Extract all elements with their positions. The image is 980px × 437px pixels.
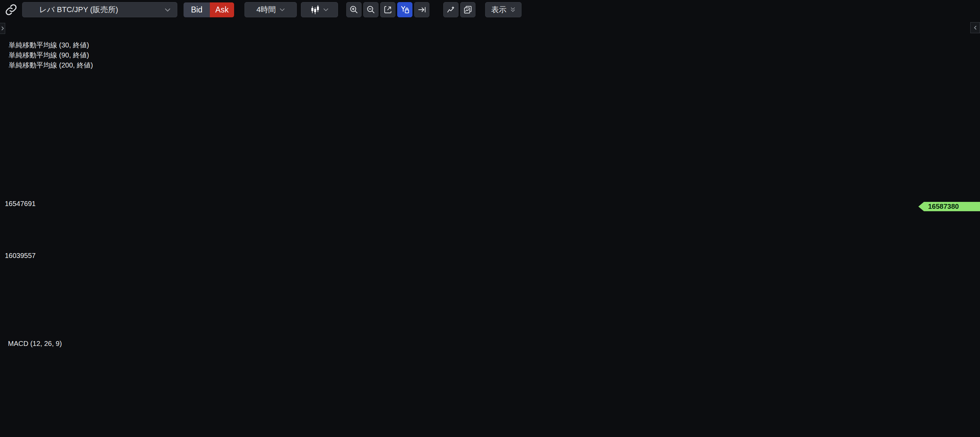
chevron-down-icon	[280, 8, 285, 11]
current-price-value: 16587380	[928, 203, 959, 211]
chart-type-selector[interactable]	[301, 2, 338, 17]
ask-label: Ask	[215, 5, 229, 14]
compare-overlay-button[interactable]	[460, 2, 476, 17]
add-indicator-button[interactable]	[443, 2, 458, 17]
hline-price-label: 16547691	[5, 200, 36, 208]
candlestick-icon	[310, 5, 320, 14]
fit-screen-button[interactable]	[380, 2, 396, 17]
indicator-legend: 単純移動平均線 (30, 終値) 単純移動平均線 (90, 終値) 単純移動平均…	[9, 40, 93, 70]
ask-button[interactable]: Ask	[210, 2, 234, 17]
display-menu-button[interactable]: 表示	[485, 2, 522, 17]
right-panel-expand-button[interactable]	[970, 22, 980, 33]
chevron-left-icon	[974, 25, 977, 30]
display-label: 表示	[492, 5, 507, 15]
legend-sma-90[interactable]: 単純移動平均線 (90, 終値)	[9, 50, 93, 60]
timeframe-label: 4時間	[256, 5, 276, 15]
timeframe-selector[interactable]: 4時間	[245, 2, 297, 17]
legend-sma-200[interactable]: 単純移動平均線 (200, 終値)	[9, 60, 93, 70]
zoom-in-button[interactable]	[346, 2, 361, 17]
symbol-selector[interactable]: レバ BTC/JPY (販売所)	[22, 2, 177, 17]
hline-price-label: 16039557	[5, 252, 36, 260]
link-icon[interactable]	[5, 3, 18, 16]
indicator-plus-icon	[446, 5, 455, 14]
zoom-out-button[interactable]	[363, 2, 379, 17]
toolbar: レバ BTC/JPY (販売所) Bid Ask 4時間	[0, 0, 980, 19]
symbol-label: レバ BTC/JPY (販売所)	[39, 5, 118, 15]
trading-chart-app: { "toolbar": { "symbol": {"label": "レバ B…	[0, 0, 980, 437]
compare-icon	[463, 5, 473, 14]
arrow-to-right-icon	[417, 5, 426, 14]
bid-button[interactable]: Bid	[183, 2, 210, 17]
go-to-latest-button[interactable]	[414, 2, 430, 17]
chevron-down-icon	[323, 8, 329, 11]
chevron-down-icon	[164, 8, 171, 12]
current-price-tag: 16587380	[918, 202, 980, 211]
fit-screen-icon	[383, 5, 392, 14]
symbol-swatch	[29, 6, 36, 13]
zoom-in-icon	[349, 5, 358, 14]
chart-canvas[interactable]	[0, 0, 980, 437]
chevron-right-icon	[1, 26, 4, 31]
macd-legend[interactable]: MACD (12, 26, 9)	[8, 340, 62, 348]
double-chevron-down-icon	[510, 7, 515, 13]
left-panel-expand-button[interactable]	[0, 23, 5, 34]
bid-label: Bid	[191, 5, 202, 14]
zoom-out-icon	[366, 5, 375, 14]
y-axis-lock-button[interactable]	[397, 2, 412, 17]
y-axis-lock-icon	[400, 5, 410, 14]
legend-sma-30[interactable]: 単純移動平均線 (30, 終値)	[9, 40, 93, 50]
